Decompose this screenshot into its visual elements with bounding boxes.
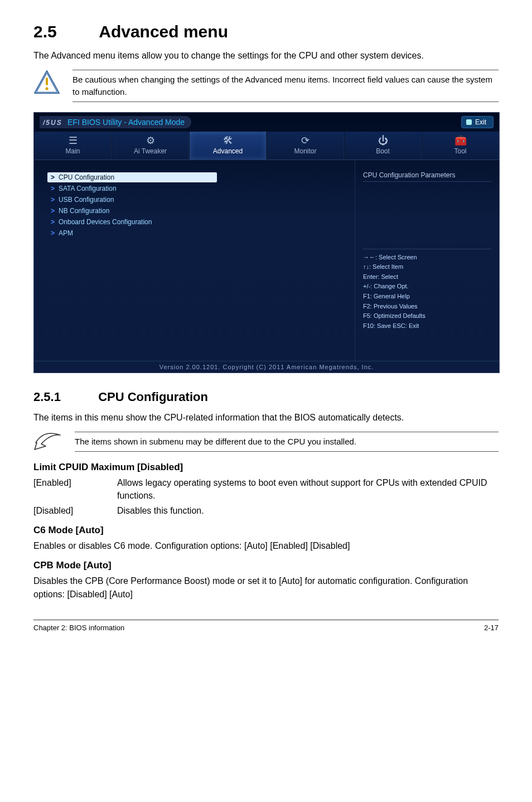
help-line: Enter: Select bbox=[363, 272, 491, 282]
help-line: +/-: Change Opt. bbox=[363, 282, 491, 292]
tab-label: Advanced bbox=[190, 147, 266, 155]
section-heading: 2.5 Advanced menu bbox=[33, 22, 499, 41]
help-line: →←: Select Screen bbox=[363, 253, 491, 263]
tab-main[interactable]: ☰ Main bbox=[34, 132, 112, 160]
svg-point-3 bbox=[45, 88, 48, 90]
subsection-heading: 2.5.1 CPU Configuration bbox=[33, 390, 499, 404]
tab-label: Boot bbox=[345, 147, 421, 155]
section-number: 2.5 bbox=[33, 22, 95, 41]
chevron-right-icon: > bbox=[51, 185, 59, 192]
menu-usb-configuration[interactable]: > USB Configuration bbox=[47, 195, 344, 205]
chevron-right-icon: > bbox=[51, 196, 59, 204]
bios-tabs: ☰ Main ⚙ Ai Tweaker 🛠 Advanced ⟳ Monitor… bbox=[34, 132, 499, 160]
menu-label: NB Configuration bbox=[59, 207, 109, 215]
option-heading-c6: C6 Mode [Auto] bbox=[33, 525, 499, 536]
brand-logo: /5US bbox=[43, 119, 62, 127]
subsection-intro: The items in this menu show the CPU-rela… bbox=[33, 411, 499, 424]
bios-menu: > CPU Configuration > SATA Configuration… bbox=[34, 160, 355, 361]
menu-apm[interactable]: > APM bbox=[47, 228, 344, 238]
tab-boot[interactable]: ⏻ Boot bbox=[344, 132, 422, 160]
gear-icon: ⚙ bbox=[112, 135, 188, 147]
help-list: →←: Select Screen ↑↓: Select Item Enter:… bbox=[363, 249, 491, 331]
option-row: [Disabled] Disables this function. bbox=[33, 504, 499, 517]
chevron-right-icon: > bbox=[51, 207, 59, 215]
note-callout: The items shown in submenu may be differ… bbox=[33, 432, 499, 452]
tab-label: Monitor bbox=[267, 147, 344, 155]
help-line: ↑↓: Select Item bbox=[363, 262, 491, 272]
bios-body: > CPU Configuration > SATA Configuration… bbox=[34, 160, 499, 361]
option-text: Disables the CPB (Core Performance Boost… bbox=[33, 574, 499, 600]
option-key: [Enabled] bbox=[33, 476, 117, 502]
intro-text: The Advanced menu items allow you to cha… bbox=[33, 49, 499, 62]
tab-monitor[interactable]: ⟳ Monitor bbox=[267, 132, 344, 160]
bios-help-panel: CPU Configuration Parameters →←: Select … bbox=[355, 160, 499, 361]
svg-rect-2 bbox=[46, 78, 48, 85]
option-value: Allows legacy operating systems to boot … bbox=[117, 476, 499, 502]
footer-right: 2-17 bbox=[484, 624, 499, 632]
warning-callout: Be cautious when changing the settings o… bbox=[33, 70, 499, 102]
main-icon: ☰ bbox=[35, 135, 111, 147]
option-heading-cpb: CPB Mode [Auto] bbox=[33, 560, 499, 571]
help-title: CPU Configuration Parameters bbox=[363, 171, 491, 182]
exit-button[interactable]: Exit bbox=[461, 116, 494, 128]
note-text: The items shown in submenu may be differ… bbox=[75, 432, 499, 452]
option-text: Enables or disables C6 mode. Configurati… bbox=[33, 539, 499, 552]
bios-window: /5US EFI BIOS Utility - Advanced Mode Ex… bbox=[33, 112, 500, 373]
subsection-number: 2.5.1 bbox=[33, 390, 95, 404]
menu-label: USB Configuration bbox=[59, 196, 114, 204]
menu-label: Onboard Devices Configuration bbox=[59, 218, 152, 226]
chevron-right-icon: > bbox=[51, 229, 59, 237]
warning-text: Be cautious when changing the settings o… bbox=[72, 70, 499, 102]
tab-tool[interactable]: 🧰 Tool bbox=[422, 132, 499, 160]
monitor-icon: ⟳ bbox=[267, 135, 344, 147]
chevron-right-icon: > bbox=[51, 218, 59, 226]
menu-label: APM bbox=[59, 229, 73, 237]
menu-label: SATA Configuration bbox=[59, 185, 117, 192]
option-key: [Disabled] bbox=[33, 504, 117, 517]
document-page: 2.5 Advanced menu The Advanced menu item… bbox=[0, 0, 532, 802]
tab-label: Ai Tweaker bbox=[112, 147, 188, 155]
subsection-title: CPU Configuration bbox=[98, 390, 208, 404]
tab-ai-tweaker[interactable]: ⚙ Ai Tweaker bbox=[112, 132, 189, 160]
bios-title-text: EFI BIOS Utility - Advanced Mode bbox=[67, 118, 185, 127]
toolbox-icon: 🧰 bbox=[422, 135, 499, 147]
menu-nb-configuration[interactable]: > NB Configuration bbox=[47, 206, 344, 216]
bios-titlebar: /5US EFI BIOS Utility - Advanced Mode Ex… bbox=[34, 113, 499, 132]
warning-icon bbox=[33, 70, 60, 94]
help-line: F2: Previous Values bbox=[363, 302, 491, 312]
option-heading-limit-cpuid: Limit CPUID Maximum [Disabled] bbox=[33, 462, 499, 473]
exit-label: Exit bbox=[475, 118, 486, 126]
menu-sata-configuration[interactable]: > SATA Configuration bbox=[47, 183, 344, 194]
section-title: Advanced menu bbox=[99, 22, 228, 41]
power-icon: ⏻ bbox=[345, 135, 421, 147]
menu-label: CPU Configuration bbox=[59, 173, 114, 181]
tool-icon: 🛠 bbox=[190, 135, 266, 147]
help-line: F1: General Help bbox=[363, 292, 491, 302]
chevron-right-icon: > bbox=[51, 173, 59, 181]
option-value: Disables this function. bbox=[117, 504, 499, 517]
menu-cpu-configuration[interactable]: > CPU Configuration bbox=[47, 172, 217, 182]
help-line: F5: Optimized Defaults bbox=[363, 311, 491, 321]
option-row: [Enabled] Allows legacy operating system… bbox=[33, 476, 499, 502]
tab-advanced[interactable]: 🛠 Advanced bbox=[189, 132, 267, 160]
note-icon bbox=[33, 432, 62, 451]
tab-label: Tool bbox=[422, 147, 499, 155]
bios-footer: Version 2.00.1201. Copyright (C) 2011 Am… bbox=[34, 361, 499, 373]
footer-left: Chapter 2: BIOS information bbox=[33, 624, 124, 632]
exit-icon bbox=[466, 119, 472, 125]
tab-label: Main bbox=[35, 147, 111, 155]
menu-onboard-devices[interactable]: > Onboard Devices Configuration bbox=[47, 217, 344, 227]
page-footer: Chapter 2: BIOS information 2-17 bbox=[33, 620, 499, 632]
help-line: F10: Save ESC: Exit bbox=[363, 321, 491, 331]
bios-title: /5US EFI BIOS Utility - Advanced Mode bbox=[40, 116, 191, 128]
